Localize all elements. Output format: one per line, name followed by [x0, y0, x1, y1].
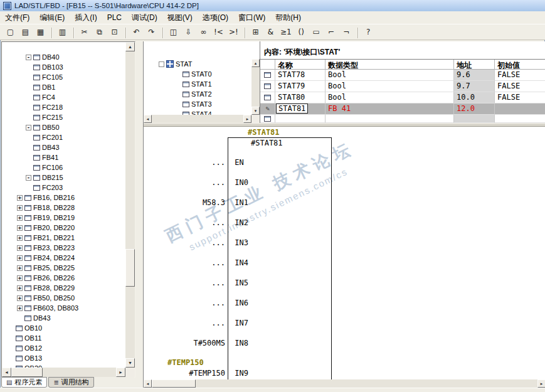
- pin-operand[interactable]: ...: [156, 278, 225, 287]
- menu-item[interactable]: 编辑(E): [34, 11, 70, 24]
- pin-operand[interactable]: ...: [156, 218, 225, 227]
- expander-icon[interactable]: [17, 255, 23, 261]
- cell-datatype[interactable]: Bool: [325, 92, 454, 103]
- new-network-button[interactable]: ⊞: [248, 26, 263, 39]
- monitor-glasses-button[interactable]: ∞: [196, 26, 211, 39]
- cell-datatype[interactable]: FB 41: [325, 103, 454, 115]
- sidebar-item[interactable]: FB16, DB216: [2, 193, 125, 203]
- cell-name[interactable]: STAT78: [275, 70, 325, 81]
- sidebar-item[interactable]: FB18, DB228: [2, 203, 125, 213]
- sidebar-item[interactable]: FB19, DB219: [2, 213, 125, 223]
- expander-icon[interactable]: [17, 295, 23, 301]
- table-row-partial[interactable]: [260, 115, 545, 123]
- sidebar-item[interactable]: FC4: [2, 92, 125, 102]
- cell-address[interactable]: 12.0: [454, 103, 495, 115]
- sidebar-item[interactable]: DB40: [2, 52, 125, 62]
- scroll-up-icon[interactable]: ▲: [251, 59, 260, 67]
- assign-coil-button[interactable]: (): [294, 26, 309, 39]
- cell-initial-value[interactable]: FALSE: [495, 92, 545, 103]
- undo-button[interactable]: ↶: [129, 26, 144, 39]
- sidebar-item[interactable]: FB26, DB226: [2, 273, 125, 283]
- pin-operand[interactable]: ...: [156, 238, 225, 247]
- menu-item[interactable]: 视图(V): [162, 11, 198, 24]
- new-button[interactable]: ▢: [3, 26, 18, 39]
- scroll-right-icon[interactable]: ►: [116, 368, 125, 377]
- cell-initial-value[interactable]: [495, 103, 545, 115]
- expander-icon[interactable]: [26, 175, 31, 181]
- cell-address[interactable]: 9.7: [454, 81, 495, 92]
- table-row[interactable]: STAT79 Bool 9.7 FALSE: [260, 81, 545, 92]
- sidebar-item[interactable]: FB603, DB803: [2, 303, 125, 313]
- print-button[interactable]: ▥: [55, 26, 70, 39]
- sidebar-item[interactable]: OB20: [2, 363, 125, 368]
- expander-icon[interactable]: [17, 235, 23, 241]
- expander-icon[interactable]: [17, 285, 23, 291]
- scroll-up-icon[interactable]: ▲: [125, 42, 135, 51]
- redo-button[interactable]: ↷: [144, 26, 159, 39]
- expander-icon[interactable]: [17, 265, 23, 271]
- pin-operand[interactable]: T#500MS: [156, 339, 225, 347]
- expander-icon[interactable]: [17, 245, 23, 251]
- menu-item[interactable]: 插入(I): [70, 11, 102, 24]
- menu-item[interactable]: 帮助(H): [270, 11, 306, 24]
- table-row[interactable]: STAT78 Bool 9.6 FALSE: [260, 70, 545, 81]
- sidebar-item[interactable]: FB24, DB224: [2, 253, 125, 263]
- interface-tree-vscroll[interactable]: ▲ ▼: [251, 59, 260, 115]
- sidebar-item[interactable]: DB43: [2, 142, 125, 152]
- download-button[interactable]: ⇩: [181, 26, 196, 39]
- pin-operand[interactable]: ...: [156, 178, 225, 187]
- sidebar-item[interactable]: FC215: [2, 112, 125, 122]
- pin-operand[interactable]: ...: [156, 258, 225, 267]
- interface-tree-item[interactable]: STAT3: [144, 99, 251, 109]
- sidebar-item[interactable]: FB41: [2, 152, 125, 162]
- sidebar-item[interactable]: FC203: [2, 183, 125, 193]
- empty-box-button[interactable]: ▭: [309, 26, 324, 39]
- sidebar-item[interactable]: DB50: [2, 122, 125, 132]
- cell-initial-value[interactable]: FALSE: [495, 81, 545, 92]
- cell-address[interactable]: 10.0: [454, 92, 495, 103]
- scroll-left-icon[interactable]: ◄: [144, 379, 152, 388]
- menu-item[interactable]: 调试(D): [127, 11, 162, 24]
- copy-button[interactable]: ⧉: [92, 26, 107, 39]
- table-row[interactable]: STAT81 FB 41 12.0: [260, 103, 545, 115]
- open-branch-button[interactable]: ⌐: [324, 26, 339, 39]
- open-button[interactable]: ▤: [18, 26, 33, 39]
- tab-call-structure[interactable]: ≣ 调用结构: [48, 377, 93, 388]
- scrollbar-thumb[interactable]: [152, 379, 196, 388]
- sidebar-item[interactable]: FB20, DB220: [2, 223, 125, 233]
- cut-button[interactable]: ✂: [77, 26, 92, 39]
- tree-horizontal-scrollbar[interactable]: ◄ ►: [2, 368, 125, 377]
- sidebar-item[interactable]: OB10: [2, 323, 125, 333]
- interface-tree-item[interactable]: STAT4: [144, 109, 251, 115]
- paste-button[interactable]: ⊡: [107, 26, 122, 39]
- help-pointer-button[interactable]: ?: [361, 26, 376, 39]
- cell-name[interactable]: STAT81: [275, 103, 325, 115]
- sidebar-item[interactable]: FC105: [2, 72, 125, 82]
- sidebar-item[interactable]: OB11: [2, 333, 125, 343]
- expander-icon[interactable]: [17, 195, 23, 201]
- expander-icon[interactable]: [26, 55, 31, 60]
- expander-icon[interactable]: [17, 215, 23, 221]
- sidebar-item[interactable]: FC201: [2, 132, 125, 142]
- sidebar-item[interactable]: OB12: [2, 343, 125, 353]
- prev-error-button[interactable]: !<: [211, 26, 226, 39]
- cell-datatype[interactable]: Bool: [325, 70, 454, 81]
- sidebar-item[interactable]: FB50, DB250: [2, 293, 125, 303]
- pin-operand[interactable]: ...: [156, 158, 225, 167]
- scrollbar-thumb[interactable]: [125, 249, 135, 287]
- tab-program-elements[interactable]: ▤ 程序元素: [1, 377, 47, 388]
- table-row[interactable]: STAT80 Bool 10.0 FALSE: [260, 92, 545, 103]
- interface-tree-item[interactable]: STAT2: [144, 89, 251, 99]
- expander-icon[interactable]: [17, 205, 23, 211]
- collapse-icon[interactable]: [159, 61, 164, 67]
- sidebar-item[interactable]: FB21, DB221: [2, 233, 125, 243]
- cell-datatype[interactable]: Bool: [325, 81, 454, 92]
- menu-item[interactable]: PLC: [102, 11, 127, 24]
- interface-tree-root[interactable]: STAT: [144, 59, 251, 69]
- tree-vertical-scrollbar[interactable]: ▲ ▼: [125, 42, 135, 368]
- interface-tree-item[interactable]: STAT0: [144, 69, 251, 79]
- scroll-down-icon[interactable]: ▼: [251, 107, 260, 115]
- block-name-label[interactable]: #STAT81: [251, 139, 283, 147]
- menu-item[interactable]: 选项(O): [198, 11, 233, 24]
- or-box-button[interactable]: ≥1: [278, 26, 294, 39]
